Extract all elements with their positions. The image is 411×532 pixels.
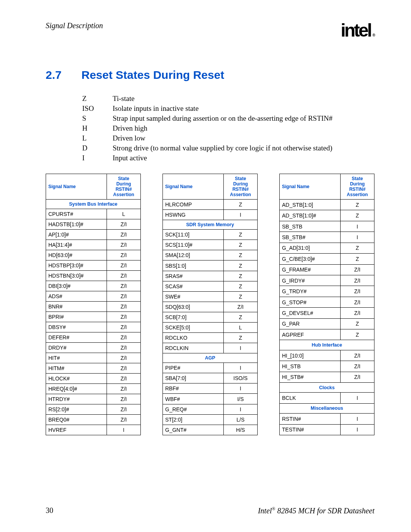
signal-state-cell: Z/I — [107, 281, 141, 291]
signal-state-cell: Z/I — [107, 250, 141, 260]
signal-state-cell: I — [107, 425, 141, 435]
table-row: RDCLKOZ — [163, 333, 258, 343]
signal-state-cell: Z/I — [107, 374, 141, 384]
legend-row: ZTi-state — [82, 94, 374, 103]
signal-state-cell: Z/I — [107, 230, 141, 240]
signal-state-cell: I — [224, 363, 258, 373]
signal-state-cell: L/S — [224, 414, 258, 425]
table-row: SBA[7:0]ISO/S — [163, 373, 258, 383]
signal-name-cell: HA[31:4]# — [46, 240, 107, 250]
legend-row: SStrap input sampled during assertion or… — [82, 114, 374, 123]
signal-name-cell: BREQ0# — [46, 415, 107, 425]
table-row: AP[1:0]#Z/I — [46, 230, 141, 240]
signal-name-cell: HI_[10:0] — [280, 350, 341, 361]
signal-name-cell: SWE# — [163, 291, 224, 302]
signal-name-cell: TESTIN# — [280, 424, 341, 435]
signal-name-cell: RSTIN# — [280, 414, 341, 424]
signal-name-cell: SB_STB — [280, 221, 341, 232]
signal-state-cell: L — [224, 322, 258, 332]
signal-state-cell: ISO/S — [224, 373, 258, 383]
signal-name-cell: SB_STB# — [280, 232, 341, 243]
signal-state-cell: Z/I — [107, 332, 141, 343]
table-row: SBS[1:0]Z — [163, 260, 258, 271]
document-title: Intel® 82845 MCH for SDR Datasheet — [258, 506, 374, 515]
signal-name-cell: SMA[12:0] — [163, 250, 224, 260]
table-row: ST[2:0]L/S — [163, 414, 258, 425]
signal-name-cell: SCK[11:0] — [163, 230, 224, 240]
signal-name-cell: HI_STB# — [280, 372, 341, 382]
signal-state-cell: Z/I — [341, 372, 374, 382]
signal-table: Signal NameStateDuringRSTIN#AssertionHLR… — [162, 174, 258, 435]
signal-name-cell: HD[63:0]# — [46, 250, 107, 260]
legend-desc: Driven high — [113, 124, 147, 133]
signal-name-cell: HI_STB — [280, 361, 341, 372]
signal-name-cell: ADS# — [46, 291, 107, 302]
signal-name-cell: G_FRAME# — [280, 264, 341, 275]
section-number: 2.7 — [46, 69, 81, 81]
table-row: BCLKI — [280, 393, 374, 403]
table-row: SB_STBI — [280, 221, 374, 232]
table-row: HIT#Z/I — [46, 353, 141, 363]
table-row: DBSY#Z/I — [46, 322, 141, 332]
signal-name-cell: DBSY# — [46, 322, 107, 332]
signal-state-cell: Z — [224, 312, 258, 322]
legend-key: D — [82, 144, 113, 152]
signal-state-cell: I — [341, 414, 374, 424]
signal-name-cell: SDQ[63:0] — [163, 302, 224, 312]
col-header-state: StateDuringRSTIN#Assertion — [107, 174, 141, 200]
signal-state-cell: Z/I — [107, 343, 141, 353]
signal-name-cell: SRAS# — [163, 271, 224, 281]
signal-name-cell: ST[2:0] — [163, 414, 224, 425]
table-row: AGPREFZ — [280, 329, 374, 340]
signal-name-cell: HTRDY# — [46, 394, 107, 404]
signal-state-cell: Z/I — [341, 350, 374, 361]
signal-state-cell: Z — [341, 243, 374, 253]
signal-state-cell: Z/I — [341, 286, 374, 297]
intel-logo-icon: intel® — [341, 21, 374, 40]
signal-name-cell: DBI[3:0]# — [46, 281, 107, 291]
signal-name-cell: HIT# — [46, 353, 107, 363]
table-row: G_PARZ — [280, 318, 374, 329]
signal-state-cell: I — [341, 221, 374, 232]
signal-state-cell: Z — [341, 318, 374, 329]
tables-container: Signal NameStateDuringRSTIN#AssertionSys… — [46, 174, 374, 435]
group-header-row: AGP — [163, 353, 258, 363]
signal-name-cell: WBF# — [163, 394, 224, 404]
legend-list: ZTi-stateISOIsolate inputs in inactive s… — [82, 94, 374, 162]
table-row: G_C/BE[3:0]#Z — [280, 254, 374, 264]
signal-name-cell: HSWNG — [163, 210, 224, 220]
signal-name-cell: SCAS# — [163, 281, 224, 291]
signal-name-cell: CPURST# — [46, 209, 107, 219]
signal-state-cell: Z — [341, 329, 374, 340]
signal-name-cell: AD_STB[1:0] — [280, 200, 341, 210]
group-header-row: Hub Interface — [280, 340, 374, 350]
table-row: PIPE#I — [163, 363, 258, 373]
signal-state-cell: I — [224, 383, 258, 394]
signal-state-cell: Z/I — [107, 302, 141, 312]
legend-key: S — [82, 114, 113, 123]
col-header-signal-name: Signal Name — [163, 174, 224, 200]
col-header-state: StateDuringRSTIN#Assertion — [224, 174, 258, 200]
legend-key: H — [82, 124, 113, 133]
table-row: SMA[12:0]Z — [163, 250, 258, 260]
signal-name-cell: HVREF — [46, 425, 107, 435]
signal-table: Signal NameStateDuringRSTIN#AssertionSys… — [46, 174, 141, 435]
signal-state-cell: H/S — [224, 425, 258, 435]
signal-name-cell: HITM# — [46, 363, 107, 374]
table-row: G_IRDY#Z/I — [280, 275, 374, 286]
signal-state-cell: Z/I — [107, 415, 141, 425]
legend-row: LDriven low — [82, 134, 374, 142]
table-row: DEFER#Z/I — [46, 332, 141, 343]
table-row: HTRDY#Z/I — [46, 394, 141, 404]
table-row: HDSTBN[3:0]#Z/I — [46, 271, 141, 281]
table-row: G_DEVSEL#Z/I — [280, 308, 374, 318]
signal-name-cell: G_IRDY# — [280, 275, 341, 286]
signal-name-cell: AGPREF — [280, 329, 341, 340]
signal-state-cell: Z/I — [107, 404, 141, 415]
table-row: SCS[11:0]#Z — [163, 240, 258, 250]
table-row: RS[2:0]#Z/I — [46, 404, 141, 415]
signal-state-cell: Z/I — [341, 361, 374, 372]
legend-row: IInput active — [82, 154, 374, 162]
signal-state-cell: Z/I — [341, 264, 374, 275]
table-row: HLOCK#Z/I — [46, 374, 141, 384]
